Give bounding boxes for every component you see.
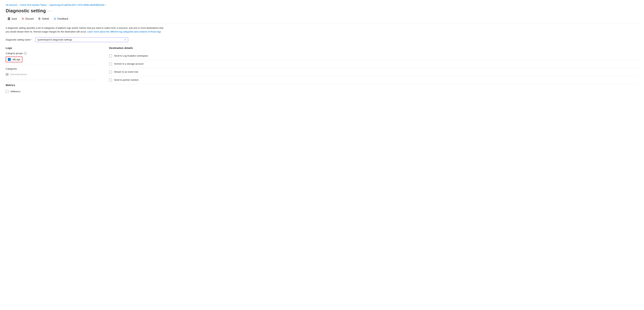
dest-event-hub-checkbox[interactable] [109,71,112,73]
categories-section: Categories DeliveryFailures [6,67,98,77]
breadcrumb-all-services[interactable]: All services [6,4,18,6]
input-check-icon: ✓ [124,38,126,41]
dest-storage-row: Archive to a storage account [109,60,638,68]
page-title-row: Diagnostic setting ··· [6,8,638,14]
feedback-icon [54,17,56,20]
page-title-dots[interactable]: ··· [48,9,52,13]
svg-point-11 [54,19,54,19]
breadcrumb-topic[interactable]: topic01stg-811a624a-8a77-437e-89de-dfeb5… [50,4,104,6]
main-content: Logs Category groups i allLogs Categorie… [6,46,638,94]
svg-rect-3 [8,19,9,20]
breadcrumb-sep-1: › [18,4,19,6]
breadcrumb-sep-2: › [48,4,48,6]
learn-more-link[interactable]: Learn more about the different log categ… [87,30,161,33]
feedback-button[interactable]: Feedback [52,17,70,21]
right-panel: Destination details Send to Log Analytic… [109,46,638,94]
categories-label: Categories [6,67,98,70]
dest-storage-checkbox[interactable] [109,62,112,65]
left-panel: Logs Category groups i allLogs Categorie… [6,46,98,94]
feedback-label: Feedback [58,17,68,20]
all-logs-label: allLogs [12,58,20,61]
svg-rect-1 [8,18,10,18]
delete-button[interactable]: Delete [36,17,51,21]
svg-rect-7 [39,18,40,18]
metrics-section-title: Metrics [6,84,98,87]
discard-label: Discard [25,17,34,20]
delete-icon [38,17,41,20]
required-marker: * [31,38,32,41]
all-metrics-row: AllMetrics [6,89,98,94]
delete-label: Delete [42,17,49,20]
dest-event-hub-row: Stream to an event hub [109,68,638,76]
destination-section-title: Destination details [109,46,638,49]
metrics-section: Metrics AllMetrics [6,84,98,94]
dest-event-hub-label: Stream to an event hub [114,71,138,73]
discard-icon [22,17,24,20]
setting-name-input-wrap: ✓ [36,37,128,42]
save-icon [8,17,10,20]
discard-button[interactable]: Discard [20,17,36,21]
breadcrumb-sep-3: › [106,4,106,6]
delivery-failures-label: DeliveryFailures [10,73,27,76]
breadcrumb-event-grid[interactable]: Event Grid System Topics [20,4,47,6]
svg-point-13 [55,19,56,19]
description: A diagnostic setting specifies a list of… [6,26,166,34]
save-button[interactable]: Save [6,17,19,21]
save-label: Save [12,17,17,20]
logs-divider [6,65,98,65]
dest-storage-label: Archive to a storage account [114,62,144,65]
dest-partner-checkbox[interactable] [109,79,112,81]
page-title: Diagnostic setting [6,8,46,14]
dest-partner-label: Send to partner solution [114,79,139,81]
breadcrumb: All services › Event Grid System Topics … [6,4,638,6]
all-metrics-label: AllMetrics [10,90,20,93]
delivery-failures-checkbox[interactable] [6,73,8,76]
toolbar: Save Discard Delete [6,14,638,23]
dest-partner-row: Send to partner solution [109,76,638,84]
logs-section-title: Logs [6,46,98,49]
all-metrics-checkbox[interactable] [6,90,8,93]
delivery-failures-row: DeliveryFailures [6,72,98,77]
svg-point-12 [55,19,55,19]
setting-name-row: Diagnostic setting name* ✓ [6,37,638,42]
category-groups-info-icon[interactable]: i [24,52,27,55]
setting-name-input[interactable] [36,37,128,42]
dest-log-analytics-label: Send to Log Analytics workspace [114,54,148,57]
all-logs-checkbox[interactable] [8,58,11,61]
category-groups-label: Category groups i [6,52,98,55]
dest-log-analytics-row: Send to Log Analytics workspace [109,52,638,60]
setting-name-label: Diagnostic setting name* [6,38,32,41]
dest-log-analytics-checkbox[interactable] [109,54,112,57]
all-logs-highlighted-row: allLogs [6,57,22,62]
